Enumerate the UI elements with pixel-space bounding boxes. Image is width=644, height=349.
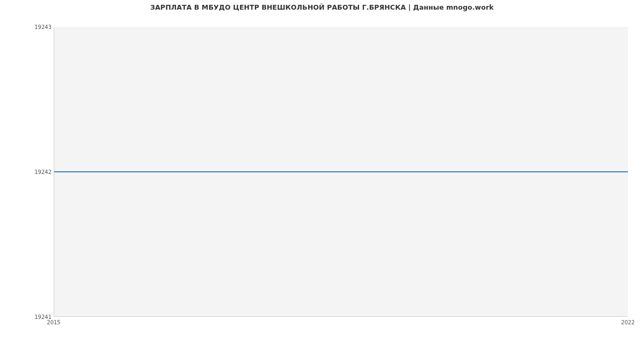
x-tick-label: 2015	[47, 319, 60, 325]
y-tick-label: 19241	[3, 314, 52, 320]
plot-area	[54, 27, 628, 317]
y-tick-label: 19242	[3, 169, 52, 175]
chart-container: ЗАРПЛАТА В МБУДО ЦЕНТР ВНЕШКОЛЬНОЙ РАБОТ…	[0, 0, 644, 349]
data-line	[54, 171, 628, 172]
y-tick-label: 19243	[3, 24, 52, 30]
x-tick-label: 2022	[621, 319, 634, 325]
chart-title: ЗАРПЛАТА В МБУДО ЦЕНТР ВНЕШКОЛЬНОЙ РАБОТ…	[0, 3, 644, 11]
